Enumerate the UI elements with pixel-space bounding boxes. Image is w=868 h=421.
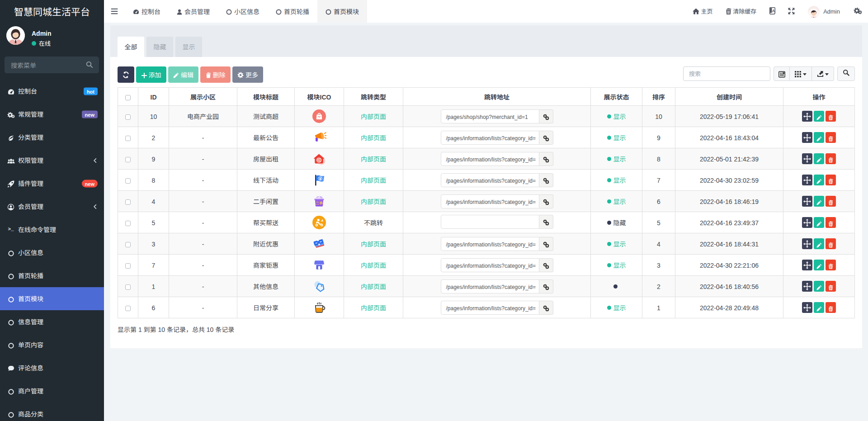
svg-text:A: A	[772, 9, 775, 13]
svg-text:二手: 二手	[316, 200, 323, 205]
svg-text:租: 租	[317, 157, 321, 162]
svg-text:¥: ¥	[319, 176, 321, 181]
